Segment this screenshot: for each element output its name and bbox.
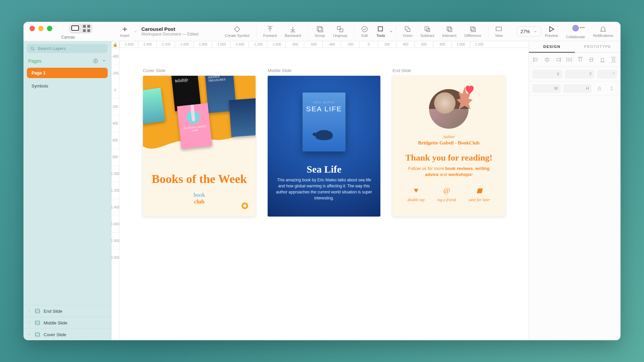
chevron-right-icon: [28, 333, 31, 336]
h-field[interactable]: H: [564, 84, 592, 93]
minimize-window-icon[interactable]: [38, 26, 44, 31]
artboard-middle[interactable]: Middle Slide ERIC MATEO SEA LIFE Sea Lif…: [268, 68, 380, 217]
svg-rect-3: [83, 29, 86, 32]
flip-h-icon[interactable]: [607, 84, 617, 93]
thanks-text: Thank you for reading!: [392, 153, 505, 163]
search-layers-field[interactable]: [27, 44, 108, 53]
align-left-icon[interactable]: [532, 56, 540, 63]
lock-aspect-icon[interactable]: [594, 84, 604, 93]
toolbar: Insert Carousel Post Workspace Document …: [113, 22, 621, 41]
canvas-area[interactable]: 🔒 -2.600-2.400-2.200-2.000-1.800-1.600-1…: [111, 41, 529, 340]
tab-design[interactable]: DESIGN: [529, 41, 575, 53]
follow-text: Follow us for more book reviews, writing…: [402, 166, 495, 178]
artboard-name: Middle Slide: [268, 68, 380, 73]
middle-slide[interactable]: ERIC MATEO SEA LIFE Sea Life This amazin…: [268, 76, 380, 217]
page-item[interactable]: Page 1: [27, 68, 108, 78]
artboard-name: Cover Slide: [143, 68, 256, 73]
search-icon: [30, 46, 35, 51]
grid-mode-icon[interactable]: [82, 25, 91, 32]
subtract-button[interactable]: Subtract: [417, 24, 438, 39]
svg-marker-7: [234, 26, 240, 32]
intersect-button[interactable]: Intersect: [438, 24, 461, 39]
chevron-down-icon[interactable]: [389, 29, 393, 34]
group-button[interactable]: Group: [311, 24, 329, 39]
insert-button[interactable]: Insert: [116, 24, 133, 39]
align-right-icon[interactable]: [554, 56, 562, 63]
svg-line-27: [33, 49, 34, 50]
artboard-end[interactable]: End Slide Author Bridgette Gobeil - Book…: [392, 68, 505, 217]
view-button[interactable]: View: [491, 24, 507, 39]
align-bottom-icon[interactable]: [599, 56, 606, 63]
document-title-block: Carousel Post Workspace Document — Edite…: [138, 25, 211, 38]
rotation-field[interactable]: °: [597, 70, 617, 78]
action-tag: @tag a friend: [437, 186, 456, 202]
svg-rect-21: [448, 28, 452, 32]
body: Pages Page 1 Symbols End Slide Middle Sl…: [23, 41, 621, 340]
layer-row[interactable]: Cover Slide: [23, 328, 111, 340]
align-row: [529, 53, 621, 67]
forward-button[interactable]: Forward: [259, 24, 281, 39]
align-top-icon[interactable]: [577, 56, 584, 63]
svg-rect-4: [87, 29, 90, 32]
chevron-down-icon[interactable]: [102, 58, 106, 63]
search-input[interactable]: [38, 46, 104, 51]
svg-rect-51: [601, 58, 603, 61]
align-vcenter-icon[interactable]: [588, 56, 595, 63]
ungroup-button[interactable]: Ungroup: [329, 24, 351, 39]
layers-list: End Slide Middle Slide Cover Slide: [23, 305, 111, 340]
cover-title: Books of the Week: [143, 173, 256, 186]
chevron-right-icon: [28, 309, 31, 313]
svg-point-16: [362, 26, 368, 32]
backward-button[interactable]: Backward: [281, 24, 305, 39]
end-actions: ♥double tap @tag a friend ◼save for late…: [392, 186, 505, 202]
y-field[interactable]: Y: [565, 70, 595, 78]
w-field[interactable]: W: [532, 84, 560, 93]
bookclub-logo: bookclub: [143, 192, 256, 205]
close-window-icon[interactable]: [30, 26, 35, 31]
svg-marker-25: [550, 26, 554, 32]
app-window: Canvas Insert Carousel Post Workspace Do…: [23, 22, 621, 340]
edit-button[interactable]: Edit: [357, 24, 372, 39]
canvas-mode-icon[interactable]: [70, 25, 80, 32]
svg-rect-24: [496, 27, 502, 31]
tools-button[interactable]: Tools: [372, 24, 389, 39]
svg-rect-20: [447, 26, 450, 30]
svg-point-26: [31, 47, 34, 49]
ruler-lock-icon[interactable]: 🔒: [111, 41, 119, 48]
page-item[interactable]: Symbols: [27, 81, 108, 91]
layer-row[interactable]: End Slide: [23, 305, 111, 317]
layer-row[interactable]: Middle Slide: [23, 317, 111, 328]
zoom-value: 27%: [521, 29, 530, 34]
ruler-vertical: -400-20002004006008001.0001.2001.4001.60…: [111, 48, 119, 340]
create-symbol-button[interactable]: Create Symbol: [221, 24, 254, 39]
union-button[interactable]: Union: [399, 24, 417, 39]
svg-rect-13: [318, 27, 323, 32]
zoom-dropdown[interactable]: 27%: [517, 26, 541, 37]
chevron-down-icon: [533, 29, 537, 34]
end-slide[interactable]: Author Bridgette Gobeil - BookClub Thank…: [392, 76, 505, 217]
cover-slide[interactable]: Wildlife HIDDEN TREASURES the delicious …: [143, 76, 256, 217]
chevron-down-icon[interactable]: [133, 29, 138, 34]
artboard-icon: [34, 320, 40, 326]
ring-icon: [241, 202, 248, 209]
difference-button[interactable]: Difference: [461, 24, 485, 39]
tab-prototype[interactable]: PROTOTYPE: [575, 41, 621, 52]
collaborate-button[interactable]: Collaborate: [562, 23, 589, 40]
preview-button[interactable]: Preview: [541, 24, 562, 39]
heart-icon: ♥: [414, 186, 418, 195]
distribute-h-icon[interactable]: [566, 56, 573, 63]
artboard-cover[interactable]: Cover Slide Wildlife HIDDEN TREASURES th…: [143, 68, 256, 217]
bookmark-icon: ◼: [476, 186, 482, 195]
maximize-window-icon[interactable]: [47, 26, 52, 31]
titlebar: Canvas Insert Carousel Post Workspace Do…: [23, 22, 621, 41]
align-hcenter-icon[interactable]: [543, 56, 551, 63]
canvas-label: Canvas: [61, 35, 75, 40]
distribute-v-icon[interactable]: [610, 56, 617, 63]
inspector-panel: DESIGN PROTOTYPE X Y ° W H: [529, 41, 621, 340]
notifications-button[interactable]: Notifications: [589, 24, 617, 39]
svg-rect-22: [470, 26, 474, 30]
middle-desc: This amazing book by Eric Mateo talks ab…: [276, 177, 372, 201]
x-field[interactable]: X: [532, 70, 562, 78]
add-page-icon[interactable]: [93, 58, 98, 64]
artboard-icon: [34, 331, 40, 338]
